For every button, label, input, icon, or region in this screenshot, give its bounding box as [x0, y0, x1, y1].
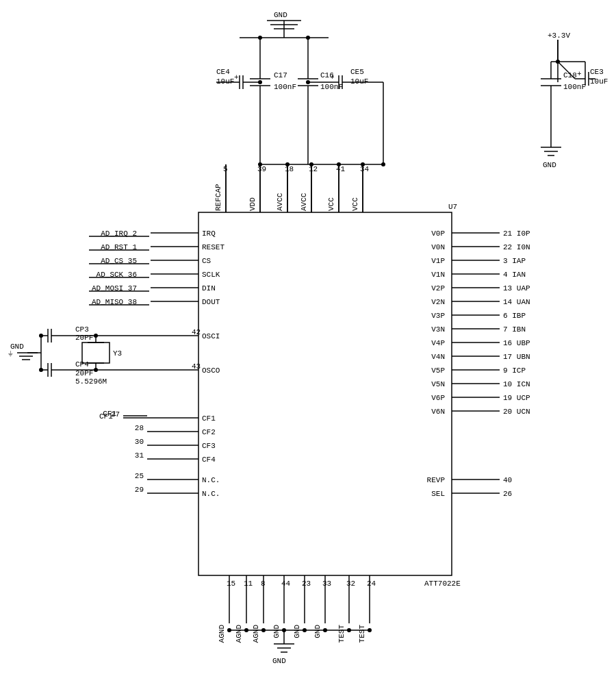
pin-sclk-inner: SCLK: [202, 271, 220, 279]
pin18-num: 18: [285, 165, 294, 173]
cf1-label-out: CF1: [99, 412, 113, 421]
gnd-label-bottom: GND: [272, 657, 286, 665]
svg-point-81: [258, 80, 262, 84]
c17-label: C17: [274, 71, 287, 79]
ce3-plus: +: [577, 70, 582, 78]
pin-irq-inner: IRQ: [202, 229, 216, 238]
ce5-value: 10uF: [350, 77, 368, 86]
pin-agnd2-label: AGND: [235, 625, 243, 643]
c17-value: 100nF: [274, 83, 296, 91]
pin39-num: 39: [257, 165, 266, 173]
pin-nc2-inner: N.C.: [202, 490, 220, 498]
pin44-num: 44: [281, 580, 291, 588]
svg-point-26: [368, 628, 372, 632]
pin4-label: 4 IAN: [503, 271, 526, 279]
cp3-value: 20PF: [75, 334, 93, 342]
pin-vcc2-label: VCC: [351, 197, 359, 211]
svg-point-71: [306, 36, 310, 40]
svg-point-22: [282, 628, 286, 632]
pin-v6n-inner: V6N: [431, 408, 445, 416]
pin34-num: 34: [360, 165, 370, 173]
pin15-num: 15: [227, 580, 235, 588]
pin-cf1-inner: CF1: [202, 414, 216, 423]
pin16-label: 16 UBP: [503, 339, 530, 347]
pin-test1-label: TEST: [337, 625, 346, 643]
pin-cf3-inner: CF3: [202, 442, 216, 450]
gnd-label-top: GND: [274, 11, 287, 19]
pin8-num: 8: [261, 580, 266, 588]
pin-v4n-inner: V4N: [431, 353, 445, 361]
y3-label: Y3: [113, 349, 122, 358]
pin-gnd2-label: GND: [293, 625, 301, 638]
chip-name: ATT7022E: [424, 580, 461, 588]
pin28-num: 28: [135, 424, 144, 432]
pin13-label: 13 UAP: [503, 284, 530, 292]
svg-point-124: [381, 162, 385, 166]
pin-v5p-inner: V5P: [431, 366, 445, 375]
pin-v0n-inner: V0N: [431, 243, 445, 251]
pin-dout-inner: DOUT: [202, 298, 220, 306]
pin-refcap-label: REFCAP: [214, 184, 222, 211]
svg-point-150: [94, 368, 98, 372]
pin-v3n-inner: V3N: [431, 325, 445, 334]
pin-agnd1-label: AGND: [218, 625, 226, 643]
svg-point-120: [309, 162, 313, 166]
pin-osci-inner: OSCI: [202, 332, 220, 340]
ce3-label: CE3: [590, 68, 604, 76]
gnd-label-crystal: GND: [10, 342, 24, 351]
pin42-num: 42: [192, 328, 201, 336]
pin-revp-inner: REVP: [427, 476, 446, 484]
svg-point-23: [303, 628, 307, 632]
cp4-label: CP4: [75, 360, 89, 369]
svg-point-122: [361, 162, 365, 166]
pin-avcc2-label: AVCC: [300, 192, 308, 211]
ce4-value: 10uF: [216, 77, 234, 86]
pin12-num: 12: [309, 165, 318, 173]
y3-value: 5.5296M: [75, 377, 107, 386]
pin31-num: 31: [135, 451, 144, 460]
svg-point-149: [94, 334, 98, 338]
pin21-label: 21 I0P: [503, 229, 530, 238]
svg-point-145: [39, 368, 43, 372]
svg-point-21: [261, 628, 266, 632]
pin-v2n-inner: V2N: [431, 298, 445, 306]
pin22-label: 22 I0N: [503, 243, 530, 251]
pin30-num: 30: [135, 438, 144, 446]
pin-gnd1-label: GND: [272, 625, 281, 638]
pin-v1n-inner: V1N: [431, 271, 445, 279]
ce4-label: CE4: [216, 68, 230, 76]
pin-v2p-inner: V2P: [431, 284, 445, 292]
chip-body: [198, 212, 452, 575]
svg-point-118: [258, 162, 262, 166]
pin-gnd3-label: GND: [313, 625, 322, 638]
schematic: U7 ATT7022E REFCAP 5 VDD 39 AVCC 18 AVCC…: [0, 0, 616, 685]
pin-vdd-label: VDD: [248, 197, 257, 211]
pin-cs-inner: CS: [202, 257, 211, 265]
pin11-num: 11: [244, 580, 253, 588]
pin-cf2-inner: CF2: [202, 428, 216, 436]
v33-label: +3.3V: [548, 32, 570, 40]
cp3-label: CP3: [75, 325, 89, 334]
cp4-value: 20PF: [75, 369, 93, 377]
pin23-num: 23: [302, 580, 311, 588]
ce5-label: CE5: [350, 68, 364, 76]
c16-value: 100nF: [320, 83, 343, 91]
pin7-label: 7 IBN: [503, 325, 526, 334]
pin9-label: 9 ICP: [503, 366, 526, 375]
svg-point-24: [323, 628, 327, 632]
pin-avcc1-label: AVCC: [276, 192, 284, 211]
pin6-label: 6 IBP: [503, 312, 526, 320]
pin-v6p-inner: V6P: [431, 394, 445, 402]
pin20-label: 20 UCN: [503, 408, 530, 416]
pin33-num: 33: [322, 580, 331, 588]
pin40-num: 40: [503, 476, 512, 484]
pin26-num: 26: [503, 490, 512, 498]
pin-v5n-inner: V5N: [431, 380, 445, 388]
pin-sel-inner: SEL: [431, 490, 445, 498]
ce4-plus: +: [234, 73, 239, 82]
svg-point-106: [556, 60, 560, 64]
pin-din-inner: DIN: [202, 284, 216, 292]
pin32-num: 32: [346, 580, 355, 588]
c18-value: 100nF: [563, 83, 586, 91]
pin-v3p-inner: V3P: [431, 312, 445, 320]
